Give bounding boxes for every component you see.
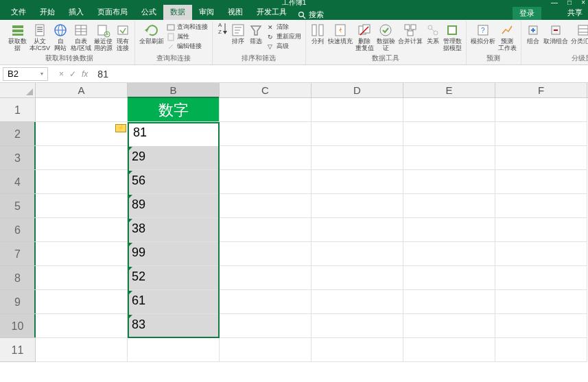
cell-C3[interactable] (220, 146, 311, 170)
close-icon[interactable]: × (581, 0, 585, 6)
cell-B8[interactable]: 52 (128, 266, 220, 290)
cell-F3[interactable] (495, 146, 587, 170)
sort-asc-button[interactable]: AZ (217, 23, 228, 34)
cell-B1[interactable]: 数字 (128, 98, 220, 122)
cell-C5[interactable] (220, 194, 311, 218)
cell-D10[interactable] (311, 314, 403, 338)
cell-C11[interactable] (220, 338, 311, 362)
cell-A1[interactable] (36, 98, 128, 122)
cell-B2[interactable]: 81 (128, 122, 220, 146)
cell-D2[interactable] (311, 122, 403, 146)
row-head-11[interactable]: 11 (0, 338, 36, 362)
row-head-2[interactable]: 2 (0, 122, 36, 146)
col-head-A[interactable]: A (36, 83, 128, 97)
cell-D8[interactable] (311, 266, 403, 290)
cell-A2[interactable] (36, 122, 128, 146)
chevron-down-icon[interactable]: ▾ (40, 71, 43, 77)
from-web-button[interactable]: 自网站 (53, 23, 68, 52)
col-head-C[interactable]: C (220, 83, 311, 97)
edit-links-button[interactable]: 编辑链接 (167, 42, 202, 51)
data-model-button[interactable]: 管理数据模型 (443, 23, 462, 52)
reapply-button[interactable]: ↻重新应用 (266, 32, 301, 41)
remove-dup-button[interactable]: 删除重复值 (355, 23, 374, 52)
group-button[interactable]: 组合 (526, 23, 541, 45)
row-head-7[interactable]: 7 (0, 242, 36, 266)
cell-E3[interactable] (403, 146, 495, 170)
cell-E5[interactable] (403, 194, 495, 218)
clear-filter-button[interactable]: ✕清除 (266, 23, 289, 32)
cell-E7[interactable] (403, 242, 495, 266)
cell-C7[interactable] (220, 242, 311, 266)
whatif-button[interactable]: ?模拟分析 (471, 23, 495, 45)
cell-D1[interactable] (311, 98, 403, 122)
cell-D5[interactable] (311, 194, 403, 218)
data-validation-button[interactable]: 数据验证 (377, 23, 395, 52)
cancel-icon[interactable]: × (59, 69, 64, 79)
tab-file[interactable]: 文件 (4, 5, 33, 20)
advanced-filter-button[interactable]: ▽高级 (266, 42, 289, 51)
tab-home[interactable]: 开始 (33, 5, 62, 20)
cell-E11[interactable] (403, 338, 495, 362)
name-box[interactable]: B2▾ (3, 67, 48, 81)
flash-fill-button[interactable]: 快速填充 (328, 23, 353, 45)
cell-F11[interactable] (495, 338, 587, 362)
row-head-4[interactable]: 4 (0, 170, 36, 194)
cell-C8[interactable] (220, 266, 311, 290)
cell-D11[interactable] (311, 338, 403, 362)
cell-A9[interactable] (36, 290, 128, 314)
col-head-D[interactable]: D (311, 83, 403, 97)
cell-E6[interactable] (403, 218, 495, 242)
row-head-3[interactable]: 3 (0, 146, 36, 170)
cell-E4[interactable] (403, 170, 495, 194)
cell-B10[interactable]: 83 (128, 314, 220, 338)
cell-D6[interactable] (311, 218, 403, 242)
cell-E1[interactable] (403, 98, 495, 122)
queries-connections-button[interactable]: 查询和连接 (167, 23, 208, 32)
cell-B3[interactable]: 29 (128, 146, 220, 170)
sort-button[interactable]: 排序 (231, 23, 246, 45)
tab-insert[interactable]: 插入 (62, 5, 91, 20)
refresh-all-button[interactable]: 全部刷新 (139, 23, 164, 45)
cell-C9[interactable] (220, 290, 311, 314)
recent-sources-button[interactable]: 最近使用的源 (94, 23, 113, 52)
col-head-E[interactable]: E (403, 83, 495, 97)
cell-A8[interactable] (36, 266, 128, 290)
cell-F10[interactable] (495, 314, 587, 338)
cell-A3[interactable] (36, 146, 128, 170)
cell-F7[interactable] (495, 242, 587, 266)
cell-E8[interactable] (403, 266, 495, 290)
cell-F4[interactable] (495, 170, 587, 194)
formula-input[interactable]: 81 (92, 69, 588, 80)
cell-C1[interactable] (220, 98, 311, 122)
row-head-1[interactable]: 1 (0, 98, 36, 122)
properties-button[interactable]: 属性 (167, 32, 189, 41)
fx-icon[interactable]: fx (82, 69, 88, 79)
get-data-button[interactable]: 获取数据 (8, 23, 27, 52)
search-icon[interactable] (298, 11, 306, 19)
quick-analysis-icon[interactable]: ⚡ (115, 124, 126, 132)
cell-A5[interactable] (36, 194, 128, 218)
cell-D4[interactable] (311, 170, 403, 194)
min-icon[interactable]: — (551, 0, 558, 6)
login-button[interactable]: 登录 (513, 7, 541, 20)
from-csv-button[interactable]: 从文本/CSV (30, 23, 50, 52)
search-label[interactable]: 搜索 (309, 10, 324, 20)
cell-C4[interactable] (220, 170, 311, 194)
cell-B4[interactable]: 56 (128, 170, 220, 194)
cell-B11[interactable] (128, 338, 220, 362)
tab-formula[interactable]: 公式 (134, 5, 163, 20)
cell-D9[interactable] (311, 290, 403, 314)
row-head-6[interactable]: 6 (0, 218, 36, 242)
cell-A6[interactable] (36, 218, 128, 242)
cell-F2[interactable] (495, 122, 587, 146)
cell-B7[interactable]: 99 (128, 242, 220, 266)
max-icon[interactable]: □ (567, 0, 572, 6)
cell-F5[interactable] (495, 194, 587, 218)
cell-B9[interactable]: 61 (128, 290, 220, 314)
cell-B5[interactable]: 89 (128, 194, 220, 218)
cell-F6[interactable] (495, 218, 587, 242)
ungroup-button[interactable]: 取消组合 (543, 23, 568, 45)
cell-B6[interactable]: 38 (128, 218, 220, 242)
forecast-sheet-button[interactable]: 预测工作表 (498, 23, 517, 52)
cell-E2[interactable] (403, 122, 495, 146)
